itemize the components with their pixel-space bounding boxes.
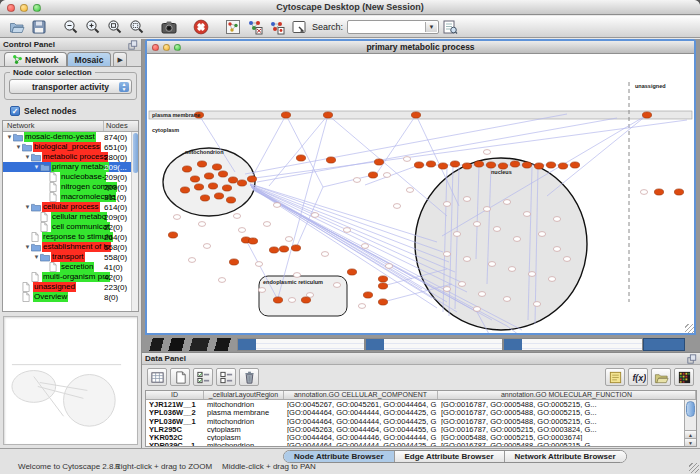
tree-item-cell-communicat[interactable]: cell communicat22(0) (3, 222, 138, 232)
graph-node-selected[interactable] (180, 187, 189, 193)
attribute-table-header[interactable]: ID_cellularLayoutRegionannotation.GO CEL… (146, 391, 696, 400)
column-header-3[interactable]: annotation.GO MOLECULAR_FUNCTION (438, 391, 696, 399)
table-cell[interactable]: [GO:0045267, GO:0045261, GO:0044464, G..… (284, 400, 438, 408)
new-attr-button[interactable] (170, 368, 190, 386)
attr-table-button[interactable] (147, 368, 167, 386)
graph-node-selected[interactable] (190, 176, 199, 182)
tab-network[interactable]: Network (4, 52, 67, 66)
table-cell[interactable]: YJR121W__1 (146, 400, 204, 408)
graph-node[interactable] (458, 282, 465, 287)
graph-node-selected[interactable] (248, 238, 257, 244)
tree-item-transport[interactable]: ▼transport558(0) (3, 252, 138, 262)
tab-network-attribute-browser[interactable]: Network Attribute Browser (505, 451, 626, 462)
graph-node[interactable] (513, 237, 520, 242)
table-cell[interactable]: [GO:0016787, GO:0005488, GO:0005215, G..… (438, 408, 696, 416)
graph-node[interactable] (473, 222, 480, 227)
network-window-titlebar[interactable]: primary metabolic process (147, 41, 694, 54)
open-button[interactable] (6, 17, 28, 36)
table-cell[interactable]: [GO:0044464, GO:0044446, GO:0044444, G..… (284, 433, 438, 441)
search-input[interactable]: ▼ (347, 20, 439, 34)
table-cell[interactable]: YDR039C__1 (146, 441, 204, 447)
graph-node-selected[interactable] (218, 171, 227, 177)
graph-node-selected[interactable] (426, 161, 435, 167)
tree-scrollbar[interactable] (131, 132, 138, 311)
table-cell[interactable]: mitochondrion (204, 400, 284, 408)
background-window[interactable] (503, 338, 643, 351)
graph-node[interactable] (188, 258, 195, 263)
graph-node-selected[interactable] (168, 232, 177, 238)
help-button[interactable] (190, 17, 212, 36)
graph-node[interactable] (343, 228, 350, 233)
expand-arrow-icon[interactable]: ▼ (15, 144, 22, 150)
search-dropdown-arrow-icon[interactable]: ▼ (425, 22, 437, 32)
table-row[interactable]: YKR052Ccytoplasm[GO:0044464, GO:0044446,… (146, 433, 696, 441)
graph-node[interactable] (640, 190, 647, 195)
table-scrollbar[interactable]: ▲ ▼ (684, 400, 696, 446)
table-row[interactable]: YPL036W__1mitochondrion[GO:0044464, GO:0… (146, 417, 696, 425)
graph-node[interactable] (403, 157, 410, 162)
table-row[interactable]: YJR121W__1mitochondrion[GO:0045267, GO:0… (146, 400, 696, 408)
column-header-2[interactable]: annotation.GO CELLULAR_COMPONENT (284, 391, 438, 399)
tree-header[interactable]: Network Nodes (3, 121, 138, 132)
graph-node[interactable] (563, 257, 570, 262)
more-tabs-button[interactable]: ▶ (113, 52, 126, 66)
import-attrs-button[interactable] (651, 368, 671, 386)
graph-node-selected[interactable] (510, 161, 519, 167)
delete-attr-button[interactable] (239, 368, 259, 386)
unselect-attrs-button[interactable] (216, 368, 236, 386)
graph-node-selected[interactable] (194, 184, 203, 190)
save-button[interactable] (28, 17, 50, 36)
graph-node-selected[interactable] (226, 197, 235, 203)
graph-node-selected[interactable] (674, 189, 683, 195)
tree-item-establishment-of-lo[interactable]: ▼establishment of lo558(0) (3, 242, 138, 252)
graph-node[interactable] (483, 150, 490, 155)
graph-node-selected[interactable] (534, 163, 543, 169)
graph-node[interactable] (353, 178, 360, 183)
graph-node[interactable] (285, 237, 292, 242)
graph-node[interactable] (483, 207, 490, 212)
snapshot-button[interactable] (158, 17, 180, 36)
notes-button[interactable] (605, 368, 625, 386)
graph-node-selected[interactable] (522, 162, 531, 168)
tree-item-macromolecule[interactable]: macromolecule311(0) (3, 192, 138, 202)
expand-arrow-icon[interactable]: ▼ (24, 204, 31, 210)
expand-arrow-icon[interactable]: ▼ (33, 164, 40, 170)
select-nodes-checkbox[interactable]: ✓ (10, 106, 20, 116)
graph-node[interactable] (548, 277, 555, 282)
window-resize-grip[interactable] (689, 463, 699, 473)
table-row[interactable]: YLR295Ccytoplasm[GO:0045263, GO:0044464,… (146, 425, 696, 433)
graph-node[interactable] (463, 197, 470, 202)
graph-node[interactable] (311, 213, 318, 218)
graph-node-selected[interactable] (374, 159, 383, 165)
graph-node[interactable] (203, 244, 210, 249)
table-cell[interactable]: cytoplasm (204, 433, 284, 441)
graph-node[interactable] (361, 244, 368, 249)
graph-node[interactable] (383, 173, 390, 178)
table-row[interactable]: YPL036W__2plasma membrane[GO:0044464, GO… (146, 408, 696, 416)
graph-node-selected[interactable] (347, 269, 356, 275)
canvas-resize-grip[interactable] (685, 324, 694, 333)
zoom-in-button[interactable] (82, 17, 104, 36)
graph-node-selected[interactable] (486, 162, 495, 168)
table-cell[interactable]: YPL036W__1 (146, 417, 204, 425)
table-cell[interactable]: [GO:0016787, GO:0005488, GO:0005215, G..… (438, 441, 696, 447)
graph-node[interactable] (508, 267, 515, 272)
graph-node-selected[interactable] (558, 163, 567, 169)
graph-node-selected[interactable] (414, 162, 423, 168)
graph-node[interactable] (493, 227, 500, 232)
graph-node-selected[interactable] (326, 157, 335, 163)
graph-node-selected[interactable] (229, 259, 238, 265)
window-titlebar[interactable]: Cytoscape Desktop (New Session) (0, 0, 700, 15)
table-cell[interactable]: [GO:0016787, GO:0005215, GO:0003824, G..… (438, 425, 696, 433)
graph-node-selected[interactable] (378, 283, 387, 289)
tab-mosaic[interactable]: Mosaic (67, 52, 112, 66)
graph-node-selected[interactable] (200, 195, 209, 201)
tree-item-primary-metabo[interactable]: ▼primary metabo209(... (3, 162, 138, 172)
expand-arrow-icon[interactable]: ▼ (24, 154, 31, 160)
graph-node-selected[interactable] (279, 246, 288, 252)
graph-node-selected[interactable] (212, 164, 221, 170)
graph-node[interactable] (273, 203, 280, 208)
expand-arrow-icon[interactable]: ▼ (33, 254, 40, 260)
graph-node[interactable] (488, 262, 495, 267)
graph-node-selected[interactable] (474, 161, 483, 167)
